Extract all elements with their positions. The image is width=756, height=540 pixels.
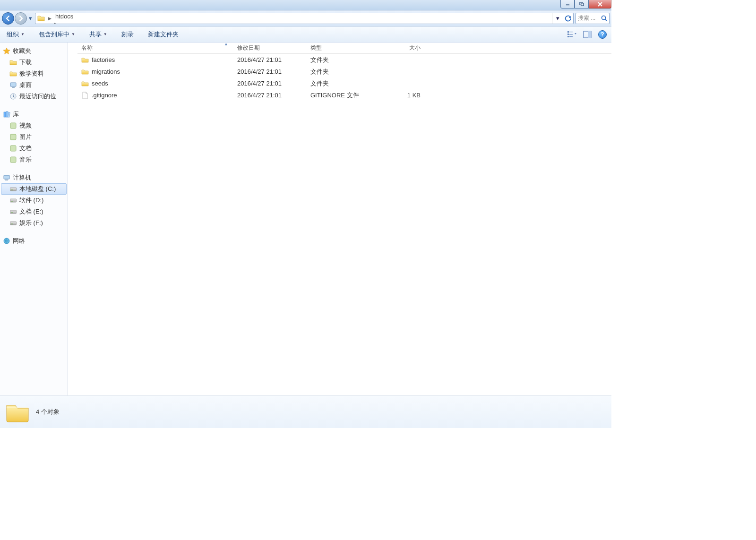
column-type[interactable]: 类型 [307,43,382,53]
drive-icon [9,185,17,193]
sidebar-item[interactable]: 图片 [1,131,67,143]
item-icon [9,59,17,66]
sort-indicator-icon: ▲ [224,42,228,46]
back-button[interactable] [2,12,14,25]
svg-rect-24 [10,188,17,191]
new-folder-button[interactable]: 新建文件夹 [145,28,181,41]
file-type: 文件夹 [307,54,382,66]
svg-rect-0 [566,4,569,5]
svg-rect-31 [11,224,13,224]
folder-icon [81,68,89,76]
file-row[interactable]: migrations2016/4/27 21:01文件夹 [77,66,611,77]
item-icon [9,145,17,152]
help-button[interactable]: ? [597,29,608,40]
status-count: 4 个对象 [36,408,60,416]
column-size[interactable]: 大小 [382,43,425,53]
minimize-button[interactable] [560,0,575,9]
sidebar-item[interactable]: 视频 [1,120,67,131]
sidebar-item[interactable]: 下载 [1,57,67,68]
file-name: seeds [92,80,108,87]
column-date[interactable]: 修改日期 [233,43,307,53]
maximize-button[interactable] [575,0,589,9]
column-name[interactable]: 名称 [77,43,233,53]
sidebar-network-label: 网络 [13,237,25,245]
organize-menu[interactable]: 组织▼ [4,28,27,41]
library-icon [3,111,10,118]
svg-rect-4 [567,31,569,33]
drive-icon [9,219,17,227]
navigation-sidebar: 收藏夹 下载教学资料桌面最近访问的位 库 视频图片文档音乐 计算机 本地磁盘 (… [0,43,68,395]
sidebar-computer-header[interactable]: 计算机 [1,172,67,183]
file-row[interactable]: seeds2016/4/27 21:01文件夹 [77,77,611,89]
sidebar-item[interactable]: 音乐 [1,154,67,165]
address-dropdown[interactable]: ▾ [552,13,563,24]
svg-rect-18 [10,123,16,129]
refresh-button[interactable] [563,13,573,24]
star-icon [3,47,10,55]
file-row[interactable]: factories2016/4/27 21:01文件夹 [77,54,611,66]
sidebar-item[interactable]: 本地磁盘 (C:) [1,183,67,195]
sidebar-network-header[interactable]: 网络 [1,235,67,247]
search-placeholder: 搜索 ... [578,14,595,22]
sidebar-libraries-header[interactable]: 库 [1,109,67,120]
file-size [382,77,425,89]
share-menu[interactable]: 共享▼ [86,28,110,41]
svg-rect-30 [10,222,17,225]
breadcrumb-item[interactable]: htdocs [53,13,94,20]
svg-rect-28 [10,210,17,214]
svg-rect-15 [4,112,6,117]
preview-pane-button[interactable] [582,29,593,40]
file-list-pane: ▲ 名称 修改日期 类型 大小 factories2016/4/27 21:01… [68,43,611,395]
svg-rect-13 [12,87,15,88]
sidebar-item[interactable]: 软件 (D:) [1,195,67,206]
chevron-right-icon[interactable]: ▶ [53,22,59,24]
computer-icon [3,174,10,181]
file-name: factories [92,56,115,63]
command-toolbar: 组织▼ 包含到库中▼ 共享▼ 刻录 新建文件夹 ? [0,26,611,43]
file-row[interactable]: .gitignore2016/4/27 21:01GITIGNORE 文件1 K… [77,89,611,101]
folder-icon [81,80,89,87]
svg-rect-29 [11,213,13,213]
svg-rect-16 [6,111,8,117]
file-name: migrations [92,68,120,75]
file-type: 文件夹 [307,77,382,89]
file-type: 文件夹 [307,66,382,77]
sidebar-item[interactable]: 教学资料 [1,68,67,79]
file-size [382,54,425,66]
sidebar-item[interactable]: 桌面 [1,79,67,91]
svg-point-3 [602,16,606,20]
svg-rect-12 [10,83,16,86]
address-bar[interactable]: ▶ 计算机▶本地磁盘 (C:)▶xampp▶htdocs▶PHPprimary▶… [35,13,574,24]
file-size: 1 KB [382,89,425,101]
sidebar-item[interactable]: 娱乐 (F:) [1,217,67,229]
svg-rect-25 [11,190,13,190]
sidebar-item[interactable]: 文档 (E:) [1,206,67,217]
sidebar-item[interactable]: 最近访问的位 [1,91,67,102]
svg-rect-8 [567,36,569,37]
file-size [382,66,425,77]
item-icon [9,133,17,141]
nav-history-dropdown[interactable]: ▾ [27,14,33,23]
file-date: 2016/4/27 21:01 [233,66,307,77]
include-label: 包含到库中 [39,30,69,39]
svg-rect-5 [569,32,573,32]
new-folder-label: 新建文件夹 [148,30,179,39]
item-icon [9,156,17,163]
sidebar-item[interactable]: 文档 [1,143,67,154]
sidebar-favorites-header[interactable]: 收藏夹 [1,45,67,57]
file-icon [81,92,89,99]
item-icon [9,93,17,100]
view-mode-button[interactable] [567,29,577,40]
burn-label: 刻录 [121,30,134,39]
svg-rect-21 [10,157,16,163]
close-button[interactable] [589,0,611,9]
forward-button[interactable] [15,12,27,25]
organize-label: 组织 [7,30,19,39]
svg-rect-22 [4,175,9,179]
burn-button[interactable]: 刻录 [119,28,137,41]
include-in-library-menu[interactable]: 包含到库中▼ [36,28,78,41]
folder-icon [37,15,45,22]
svg-rect-17 [8,112,10,117]
search-input[interactable]: 搜索 ... [576,13,610,24]
chevron-right-icon[interactable]: ▶ [47,16,53,21]
